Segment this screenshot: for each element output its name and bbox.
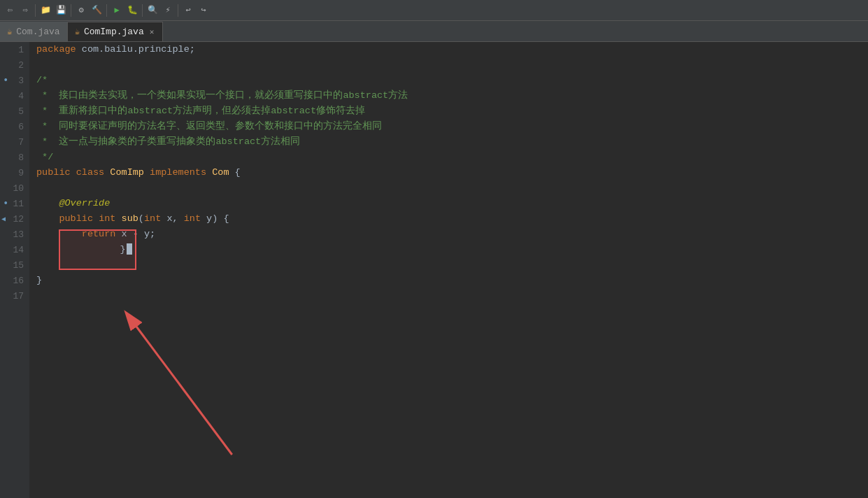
comment-open: /* (36, 73, 48, 88)
toolbar-icon-3[interactable]: 📁 (38, 3, 52, 17)
line-num-16: 16 (0, 273, 29, 288)
line-num-9: 9 (0, 165, 29, 180)
tab-com-java[interactable]: ☕ Com.java (0, 22, 68, 41)
tabs-bar: ☕ Com.java ☕ ComImp.java ✕ (0, 21, 868, 42)
code-line-13: return x - y; (36, 227, 868, 242)
tab-comimp-java[interactable]: ☕ ComImp.java ✕ (68, 22, 164, 41)
debug-icon[interactable]: 🐛 (125, 3, 139, 17)
toolbar-sep-4 (142, 4, 143, 17)
code-line-9: public class ComImp implements Com { (36, 165, 868, 180)
cursor (127, 243, 132, 255)
toolbar-icon-5[interactable]: ⚙ (74, 3, 88, 17)
method-sub: sub (122, 211, 138, 227)
code-line-11: @Override (36, 196, 868, 211)
toolbar-sep-1 (35, 4, 36, 17)
line-num-3: 3 (0, 73, 29, 88)
comment-close: */ (36, 150, 53, 165)
code-line-17 (36, 288, 868, 304)
line-num-5: 5 (0, 104, 29, 119)
comment-7: * 这一点与抽象类的子类重写抽象类的abstract方法相同 (36, 134, 300, 150)
com-java-file-icon: ☕ (7, 27, 12, 37)
code-line-7: * 这一点与抽象类的子类重写抽象类的abstract方法相同 (36, 134, 868, 150)
toolbar-icon-8[interactable]: ⚡ (161, 3, 175, 17)
code-line-15 (36, 257, 868, 273)
line-num-15: 15 (0, 257, 29, 273)
code-line-3: /* (36, 73, 868, 88)
tab-com-java-label: Com.java (16, 27, 59, 37)
kw-int-x: int (144, 211, 161, 227)
line-num-6: 6 (0, 119, 29, 134)
toolbar-icon-6[interactable]: 🔨 (90, 3, 104, 17)
line-number-gutter: 1 2 3 4 5 6 7 8 9 10 11 12 13 14 15 16 1… (0, 42, 29, 498)
line-num-7: 7 (0, 134, 29, 150)
code-line-14: } (36, 242, 868, 257)
line-num-12: 12 (0, 211, 29, 227)
kw-package: package (36, 42, 76, 57)
code-line-2 (36, 57, 868, 73)
line-num-2: 2 (0, 57, 29, 73)
toolbar: ⇦ ⇨ 📁 💾 ⚙ 🔨 ▶ 🐛 🔍 ⚡ ↩ ↪ (0, 0, 868, 21)
line-num-13: 13 (0, 227, 29, 242)
line-num-1: 1 (0, 42, 29, 57)
highlight-closing-brace: } (59, 229, 136, 270)
code-line-5: * 重新将接口中的abstract方法声明，但必须去掉abstract修饰符去掉 (36, 104, 868, 119)
toolbar-sep-3 (106, 4, 107, 17)
line-num-17: 17 (0, 288, 29, 304)
kw-public-9: public (36, 165, 71, 180)
toolbar-icon-2[interactable]: ⇨ (18, 3, 32, 17)
kw-int-return: int (99, 211, 115, 227)
svg-line-1 (133, 322, 232, 455)
code-line-8: */ (36, 150, 868, 165)
kw-class: class (76, 165, 105, 180)
line-num-10: 10 (0, 180, 29, 196)
classname-comimp: ComImp (110, 165, 144, 180)
toolbar-icon-4[interactable]: 💾 (54, 3, 68, 17)
comimp-java-file-icon: ☕ (75, 27, 80, 37)
toolbar-icon-7[interactable]: 🔍 (145, 3, 159, 17)
code-line-10 (36, 180, 868, 196)
toolbar-sep-5 (178, 4, 178, 17)
code-editor[interactable]: package com.bailu.principle; /* * 接口由类去实… (29, 42, 868, 498)
code-line-1: package com.bailu.principle; (36, 42, 868, 57)
code-line-16: } (36, 273, 868, 288)
line-num-8: 8 (0, 150, 29, 165)
comment-6: * 同时要保证声明的方法名字、返回类型、参数个数和接口中的方法完全相同 (36, 119, 382, 134)
code-line-6: * 同时要保证声明的方法名字、返回类型、参数个数和接口中的方法完全相同 (36, 119, 868, 134)
comment-4: * 接口由类去实现，一个类如果实现一个接口，就必须重写接口中的abstract方… (36, 88, 408, 104)
toolbar-icon-9[interactable]: ↩ (181, 3, 195, 17)
line-num-11: 11 (0, 196, 29, 211)
code-lines: package com.bailu.principle; /* * 接口由类去实… (29, 42, 868, 304)
plain-1: com.bailu.principle; (76, 42, 195, 57)
toolbar-icon-1[interactable]: ⇦ (3, 3, 17, 17)
run-icon[interactable]: ▶ (110, 3, 124, 17)
kw-public-12: public (59, 211, 93, 227)
tab-comimp-close-button[interactable]: ✕ (148, 27, 156, 37)
editor: 1 2 3 4 5 6 7 8 9 10 11 12 13 14 15 16 1… (0, 42, 868, 498)
toolbar-sep-2 (71, 4, 71, 17)
annotation-override: @Override (59, 196, 110, 211)
kw-int-y: int (184, 211, 201, 227)
code-line-4: * 接口由类去实现，一个类如果实现一个接口，就必须重写接口中的abstract方… (36, 88, 868, 104)
line-num-14: 14 (0, 242, 29, 257)
code-line-12: public int sub ( int x, int y) { (36, 211, 868, 227)
classname-com: Com (212, 165, 229, 180)
line-num-4: 4 (0, 88, 29, 104)
comment-5: * 重新将接口中的abstract方法声明，但必须去掉abstract修饰符去掉 (36, 104, 365, 119)
tab-comimp-java-label: ComImp.java (84, 27, 144, 37)
kw-implements: implements (150, 165, 206, 180)
toolbar-icon-10[interactable]: ↪ (197, 3, 211, 17)
